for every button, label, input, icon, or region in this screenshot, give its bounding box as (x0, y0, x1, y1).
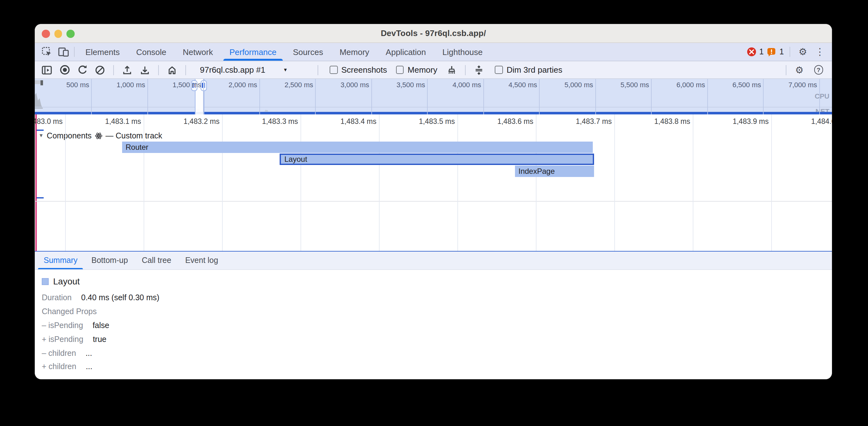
tab-performance[interactable]: Performance (221, 43, 285, 61)
overview-gridline (763, 79, 764, 114)
chevron-down-icon: ▼ (283, 67, 288, 73)
reload-record-icon[interactable] (75, 63, 89, 77)
devtools-tabbar: ElementsConsoleNetworkPerformanceSources… (35, 43, 832, 61)
summary-row-label: – isPending (42, 321, 83, 330)
filmstrip-thumbnail-edge (40, 80, 43, 85)
zoom-window-button[interactable] (66, 30, 74, 38)
overview-gridline (595, 79, 596, 114)
tab-sources[interactable]: Sources (285, 43, 331, 61)
overview-tick-label: 3,000 ms (341, 81, 369, 89)
overview-tick-label: 6,000 ms (677, 81, 705, 89)
error-badge-icon[interactable] (747, 47, 756, 56)
overview-tick-label: 2,500 ms (285, 81, 313, 89)
overview-tick-label: 7,000 ms (788, 81, 817, 89)
timeline-marker-line (35, 114, 36, 251)
divider (113, 65, 114, 75)
devtools-window: DevTools - 97r6ql.csb.app/ ElementsConso… (35, 24, 832, 379)
clear-icon[interactable] (93, 63, 107, 77)
tab-network[interactable]: Network (175, 43, 221, 61)
summary-row-label: Changed Props (42, 307, 97, 316)
ruler-tick-label: 1,483.2 ms (183, 117, 220, 125)
window-title: DevTools - 97r6ql.csb.app/ (381, 28, 486, 38)
settings-gear-icon[interactable]: ⚙ (796, 46, 810, 58)
issues-badge-icon[interactable] (767, 47, 776, 57)
close-window-button[interactable] (42, 30, 50, 38)
overview-gridline (539, 79, 540, 114)
summary-row-label: – children (42, 349, 76, 357)
ruler-tick-label: 1,483.9 ms (733, 117, 769, 125)
cpu-lane-label: CPU (815, 92, 829, 100)
cpu-net-lane-divider (35, 107, 832, 107)
summary-row-label: + children (42, 362, 76, 371)
garbage-collect-icon[interactable] (445, 63, 459, 77)
filmstrip-thumbnail (35, 80, 40, 84)
timeline-overview[interactable]: CPU NET 500 ms1,000 ms1,500 ms2,000 ms2,… (35, 79, 832, 114)
upload-profile-icon[interactable] (120, 63, 134, 77)
screenshots-checkbox[interactable] (330, 66, 338, 74)
memory-checkbox[interactable] (396, 66, 404, 74)
tab-memory[interactable]: Memory (331, 43, 377, 61)
overview-tick-label: 500 ms (66, 81, 89, 89)
flame-chart[interactable]: ▼ Components — Custom track 0.40 ms Layo… (35, 114, 832, 252)
devtools-tabs: ElementsConsoleNetworkPerformanceSources… (77, 43, 491, 61)
overview-gridline (427, 79, 428, 114)
network-activity-bar (35, 111, 832, 114)
minimize-window-button[interactable] (54, 30, 62, 38)
atom-icon (95, 132, 102, 139)
overview-tick-label: 5,000 ms (565, 81, 593, 89)
summary-row: – children... (42, 346, 832, 360)
traffic-lights (42, 30, 74, 38)
track-name: Components (47, 131, 92, 140)
titlebar: DevTools - 97r6ql.csb.app/ (35, 24, 832, 43)
event-bar-indexpage[interactable]: IndexPage (515, 165, 594, 177)
help-icon[interactable]: ? (814, 65, 823, 74)
tab-lighthouse[interactable]: Lighthouse (434, 43, 491, 61)
overview-tick-label: 1,500 ms (173, 81, 202, 89)
tab-application[interactable]: Application (377, 43, 434, 61)
overview-gridline (371, 79, 372, 114)
tab-elements[interactable]: Elements (77, 43, 128, 61)
bottom-tab-summary[interactable]: Summary (37, 252, 85, 269)
device-toolbar-icon[interactable] (55, 43, 71, 61)
capture-settings-gear-icon[interactable]: ⚙ (793, 64, 806, 75)
inspect-element-icon[interactable] (39, 43, 55, 61)
overview-gridline (91, 79, 92, 114)
overview-tick-label: 1,000 ms (117, 81, 146, 89)
summary-row-label: + isPending (42, 335, 83, 343)
screenshots-label: Screenshots (341, 65, 387, 74)
cpu-activity-shape (35, 93, 43, 109)
event-bar-layout[interactable]: Layout (279, 153, 594, 165)
chart-gridline (614, 114, 615, 251)
issue-count: 1 (779, 47, 784, 56)
tabbar-right: 1 1 ⚙ ⋮ (747, 43, 832, 61)
home-icon[interactable] (165, 63, 179, 77)
event-bar-router[interactable]: Router (122, 141, 592, 153)
toggle-sidebar-icon[interactable] (40, 63, 54, 77)
overview-tick-label: 4,500 ms (509, 81, 537, 89)
ruler-tick-label: 1,484.0 ms (811, 117, 832, 125)
kebab-menu-icon[interactable]: ⋮ (813, 46, 827, 58)
bottom-tab-bottom-up[interactable]: Bottom-up (85, 252, 135, 269)
chart-gridline (536, 114, 536, 251)
ruler-tick-label: 1,483.3 ms (262, 117, 298, 125)
collapse-tracks-icon[interactable] (472, 63, 486, 77)
download-profile-icon[interactable] (138, 63, 152, 77)
active-tab-underline (38, 268, 83, 269)
summary-row-value: true (93, 335, 106, 343)
error-count: 1 (759, 47, 764, 56)
bottom-tab-event-log[interactable]: Event log (178, 252, 225, 269)
overview-tick-label: 5,500 ms (621, 81, 649, 89)
page-selector-dropdown[interactable]: 97r6ql.csb.app #1 ▼ (200, 65, 311, 74)
record-icon[interactable] (58, 63, 71, 77)
dim-3rd-parties-checkbox[interactable] (495, 66, 503, 74)
ruler-tick-label: 1,483.6 ms (497, 117, 533, 125)
page-selector-value: 97r6ql.csb.app #1 (200, 65, 266, 74)
bottom-tab-call-tree[interactable]: Call tree (135, 252, 178, 269)
summary-row: + children... (42, 360, 832, 374)
tab-console[interactable]: Console (128, 43, 174, 61)
disclosure-triangle-icon[interactable]: ▼ (39, 133, 44, 138)
track-suffix: — Custom track (106, 131, 162, 140)
scroll-indicator-top (36, 130, 43, 131)
overview-tick-label: 6,500 ms (733, 81, 762, 89)
chart-gridline (301, 114, 301, 251)
